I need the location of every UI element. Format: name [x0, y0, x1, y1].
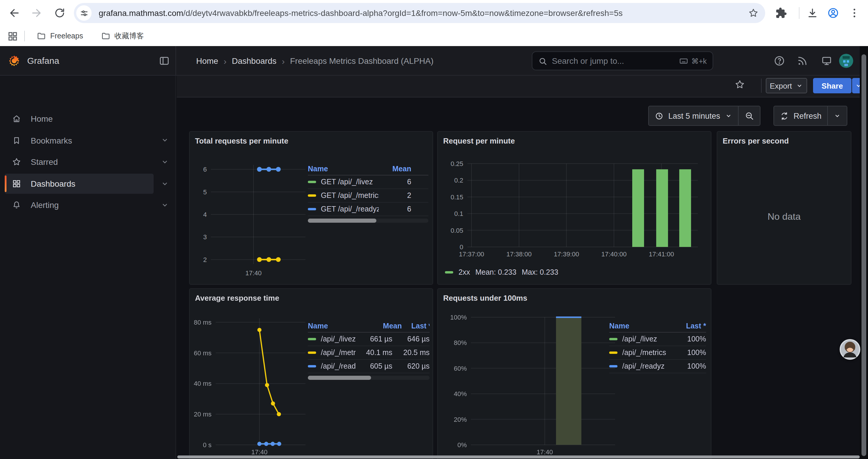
svg-text:60%: 60%	[454, 365, 467, 372]
extensions-icon[interactable]	[775, 7, 787, 19]
zoom-out-button[interactable]	[739, 106, 760, 125]
legend-row[interactable]: /api/_/metrics 100%	[609, 346, 706, 360]
legend-header[interactable]: Name Mean	[308, 162, 428, 175]
chevron-down-icon[interactable]	[161, 179, 169, 188]
legend-table: Name Last * /api/_/livez 100% /api/_/met…	[609, 320, 706, 373]
refresh-label: Refresh	[794, 111, 822, 120]
legend-row[interactable]: /api/_/livez 100%	[609, 333, 706, 346]
forward-icon[interactable]	[31, 7, 42, 19]
series-swatch	[308, 181, 316, 183]
legend-row[interactable]: /api/_/metrics 40.1 ms 20.5 ms	[308, 346, 430, 360]
legend-row[interactable]: /api/_/readyz 100%	[609, 360, 706, 373]
legend-scrollbar-thumb[interactable]	[308, 376, 371, 380]
sidebar-item-home[interactable]: Home	[5, 109, 154, 129]
chevron-down-icon[interactable]	[161, 136, 169, 144]
collapse-sidebar-icon[interactable]	[158, 55, 170, 67]
series-swatch	[308, 365, 316, 367]
sidebar-item-label: Bookmarks	[31, 136, 154, 145]
svg-text:40 ms: 40 ms	[194, 380, 212, 387]
user-avatar[interactable]	[839, 54, 853, 68]
bar-chart[interactable]: 100%80%60%40%20%0%17:40	[438, 289, 711, 459]
active-item-accent	[5, 175, 6, 192]
svg-text:17:40:00: 17:40:00	[601, 251, 627, 258]
downloads-icon[interactable]	[807, 7, 818, 19]
chevron-down-icon[interactable]	[161, 158, 169, 166]
screen: grafana.mathmast.com/d/deytv4rwavabkb/fr…	[0, 0, 868, 459]
actions-separator	[761, 78, 762, 93]
bookmarks-divider	[24, 31, 25, 41]
sidebar-item-starred[interactable]: Starred	[5, 152, 154, 172]
menu-dots-icon[interactable]	[848, 7, 860, 19]
legend-scrollbar[interactable]	[308, 376, 430, 380]
bookmark-icon	[12, 136, 21, 145]
panel-title[interactable]: Requests under 100ms	[443, 294, 527, 302]
legend-row[interactable]: 2xx Mean: 0.233 Max: 0.233	[445, 268, 558, 276]
refresh-interval-dropdown[interactable]	[828, 106, 847, 125]
news-rss-icon[interactable]	[797, 55, 808, 67]
profile-icon[interactable]	[827, 7, 839, 19]
panel-title[interactable]: Total requests per minute	[195, 136, 288, 145]
time-range-picker[interactable]: Last 5 minutes	[649, 106, 738, 125]
keyboard-icon	[679, 56, 688, 66]
favorite-star-icon[interactable]	[735, 79, 745, 90]
dashboard-canvas: Total requests per minute 6543217:40 Nam…	[177, 131, 868, 459]
panel-title[interactable]: Average response time	[195, 294, 279, 302]
legend-row[interactable]: /api/_/livez 661 µs 646 µs	[308, 333, 430, 346]
bookmark-folder-blogs[interactable]: 收藏博客	[96, 29, 149, 43]
legend-row[interactable]: /api/_/readyz 605 µs 620 µs	[308, 360, 430, 373]
svg-text:20 ms: 20 ms	[194, 411, 212, 418]
svg-text:0.05: 0.05	[451, 227, 463, 234]
sidebar-item-dashboards[interactable]: Dashboards	[5, 173, 154, 193]
legend-row[interactable]: GET /api/_/metrics 2	[308, 189, 428, 203]
browser-toolbar: grafana.mathmast.com/d/deytv4rwavabkb/fr…	[0, 0, 868, 26]
bookmark-star-icon[interactable]	[748, 8, 759, 18]
refresh-button[interactable]: Refresh	[774, 106, 828, 125]
apps-grid-icon[interactable]	[7, 30, 18, 42]
vertical-scrollbar[interactable]	[860, 46, 868, 459]
zoom-out-icon	[745, 111, 754, 121]
breadcrumb-dashboards[interactable]: Dashboards	[232, 56, 277, 66]
sidebar-item-alerting[interactable]: Alerting	[5, 195, 154, 215]
svg-text:100%: 100%	[450, 314, 467, 321]
floating-assistant-avatar[interactable]	[840, 339, 860, 360]
site-settings-icon[interactable]	[76, 5, 92, 21]
reload-icon[interactable]	[54, 7, 66, 19]
search-shortcut: ⌘+k	[679, 56, 707, 66]
legend-scrollbar-thumb[interactable]	[308, 219, 377, 223]
url-text: grafana.mathmast.com/d/deytv4rwavabkb/fr…	[99, 8, 765, 18]
legend-header[interactable]: Name Last *	[609, 320, 706, 333]
kiosk-monitor-icon[interactable]	[821, 55, 833, 67]
horizontal-scrollbar-thumb[interactable]	[177, 455, 860, 458]
panel-title[interactable]: Request per minute	[443, 136, 515, 145]
bar-chart[interactable]: 0.250.20.150.10.05017:37:0017:38:0017:39…	[438, 132, 711, 285]
vertical-scrollbar-thumb[interactable]	[862, 54, 866, 456]
help-icon[interactable]	[773, 55, 785, 67]
bookmarks-bar: Freeleaps 收藏博客	[0, 26, 868, 46]
svg-text:17:40: 17:40	[251, 448, 268, 456]
search-input[interactable]	[552, 56, 674, 66]
search-box[interactable]: ⌘+k	[532, 52, 713, 70]
bookmark-folder-freeleaps[interactable]: Freeleaps	[32, 29, 88, 43]
grafana-app: Grafana Home › Dashboards › Freeleaps Me…	[0, 46, 868, 459]
chevron-down-icon[interactable]	[161, 201, 169, 209]
breadcrumb-separator: ›	[282, 56, 285, 66]
svg-text:2: 2	[203, 256, 207, 263]
legend-row[interactable]: GET /api/_/livez 6	[308, 175, 428, 189]
legend-row[interactable]: GET /api/_/readyz 6	[308, 203, 428, 216]
toolbar-divider	[799, 7, 800, 19]
breadcrumb-home[interactable]: Home	[196, 56, 218, 66]
export-button[interactable]: Export	[766, 78, 807, 93]
share-button[interactable]: Share	[813, 78, 851, 93]
sidebar-item-label: Dashboards	[31, 179, 154, 188]
legend-header[interactable]: Name Mean Last *	[308, 320, 430, 333]
legend-table: Name Mean GET /api/_/livez 6 GET /api/_/…	[308, 162, 428, 223]
url-bar[interactable]: grafana.mathmast.com/d/deytv4rwavabkb/fr…	[74, 3, 765, 23]
legend-scrollbar[interactable]	[308, 219, 428, 223]
series-swatch	[609, 365, 617, 367]
back-icon[interactable]	[8, 7, 20, 19]
sidebar-item-bookmarks[interactable]: Bookmarks	[5, 130, 154, 150]
panel-title[interactable]: Errors per second	[723, 136, 789, 145]
grafana-logo[interactable]	[8, 55, 20, 67]
svg-text:40%: 40%	[454, 390, 467, 398]
series-swatch	[308, 208, 316, 210]
